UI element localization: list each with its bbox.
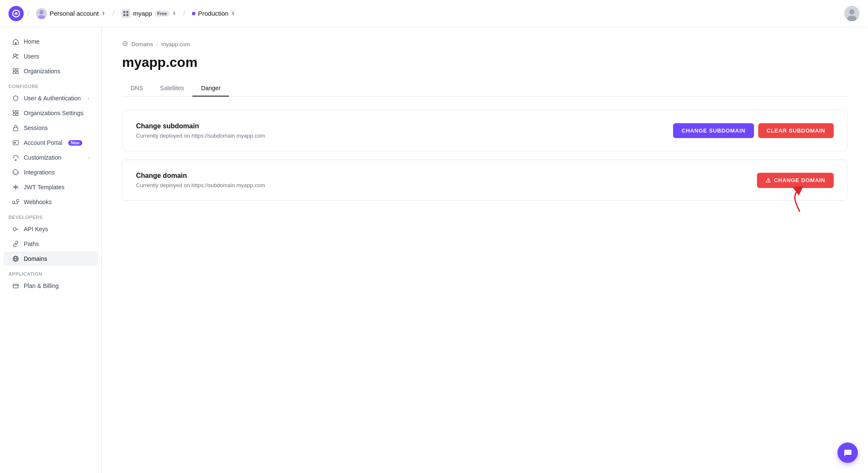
sidebar-customization-label: Customization	[24, 154, 61, 161]
sidebar-account-portal-label: Account Portal	[24, 139, 62, 146]
sidebar-plan-billing-label: Plan & Billing	[24, 282, 59, 289]
shield-icon	[12, 94, 19, 102]
breadcrumb: Domains / myapp.com	[122, 41, 848, 48]
svg-rect-15	[16, 69, 18, 71]
svg-point-9	[849, 9, 854, 14]
personal-account-selector[interactable]: Personal account ⬍	[33, 6, 109, 21]
app-selector-chevron: ⬍	[172, 11, 176, 17]
user-auth-chevron: ›	[88, 96, 89, 101]
sidebar-item-plan-billing[interactable]: Plan & Billing	[3, 279, 98, 293]
paint-icon	[12, 154, 19, 161]
sidebar-item-webhooks[interactable]: Webhooks	[3, 195, 98, 209]
sidebar-org-settings-label: Organizations Settings	[24, 110, 83, 116]
user-avatar-small	[36, 8, 47, 19]
svg-point-13	[17, 54, 18, 56]
breadcrumb-domains-link[interactable]: Domains	[131, 41, 153, 47]
puzzle-icon	[12, 169, 19, 176]
sidebar-item-home[interactable]: Home	[3, 34, 98, 49]
svg-point-12	[14, 54, 16, 56]
sidebar-item-org-settings[interactable]: Organizations Settings	[3, 106, 98, 120]
svg-rect-7	[126, 14, 128, 16]
change-domain-button[interactable]: ⚠ CHANGE DOMAIN	[757, 173, 834, 188]
tab-satellites[interactable]: Satellites	[152, 80, 193, 97]
sidebar-item-sessions[interactable]: Sessions	[3, 121, 98, 135]
sidebar-paths-label: Paths	[24, 241, 39, 247]
svg-rect-5	[126, 11, 128, 13]
arrow-annotation	[783, 186, 817, 218]
sidebar-user-auth-label: User & Authentication	[24, 95, 81, 102]
warning-icon: ⚠	[765, 177, 771, 184]
nav-separator-2: /	[112, 9, 114, 18]
personal-account-chevron: ⬍	[101, 11, 106, 17]
organizations-icon	[12, 67, 19, 75]
user-avatar[interactable]	[844, 6, 860, 21]
sidebar: Home Users Organizations Configure User …	[0, 27, 102, 473]
breadcrumb-globe-icon	[122, 41, 128, 48]
change-subdomain-title: Change subdomain	[136, 122, 265, 130]
svg-point-25	[15, 159, 17, 161]
sidebar-item-customization[interactable]: Customization ›	[3, 150, 98, 165]
sidebar-item-account-portal[interactable]: Account Portal New	[3, 136, 98, 150]
sidebar-integrations-label: Integrations	[24, 169, 55, 176]
breadcrumb-separator: /	[156, 41, 158, 47]
change-domain-button-label: CHANGE DOMAIN	[774, 177, 825, 183]
sidebar-item-integrations[interactable]: Integrations	[3, 165, 98, 180]
sidebar-item-organizations[interactable]: Organizations	[3, 64, 98, 78]
portal-icon	[12, 139, 19, 147]
account-portal-badge: New	[68, 140, 82, 146]
app-name-label: myapp	[133, 10, 152, 17]
svg-rect-33	[13, 284, 18, 288]
users-icon	[12, 53, 19, 60]
svg-rect-4	[123, 11, 125, 13]
personal-account-label: Personal account	[50, 10, 99, 17]
tab-danger[interactable]: Danger	[192, 80, 229, 97]
env-name-label: Production	[198, 10, 228, 17]
chat-button[interactable]	[837, 443, 858, 463]
sidebar-item-user-auth[interactable]: User & Authentication ›	[3, 91, 98, 105]
change-domain-content: Change domain Currently deployed on http…	[136, 172, 265, 188]
page-title: myapp.com	[122, 55, 848, 70]
breadcrumb-current: myapp.com	[161, 41, 190, 47]
clear-subdomain-button[interactable]: CLEAR SUBDOMAIN	[758, 123, 834, 138]
app-icon	[121, 9, 131, 18]
svg-rect-20	[13, 113, 15, 116]
asterisk-icon	[12, 183, 19, 191]
nav-separator-1: /	[27, 9, 29, 18]
sidebar-application-label: Application	[0, 266, 101, 278]
app-selector[interactable]: myapp Free ⬍	[118, 7, 180, 20]
sidebar-configure-label: Configure	[0, 79, 101, 91]
sidebar-domains-label: Domains	[24, 255, 47, 262]
svg-point-1	[15, 12, 17, 15]
svg-rect-14	[13, 69, 15, 71]
svg-point-2	[39, 10, 44, 14]
svg-rect-11	[15, 42, 17, 44]
sidebar-item-api-keys[interactable]: API Keys	[3, 222, 98, 236]
sidebar-item-paths[interactable]: Paths	[3, 237, 98, 251]
sidebar-item-users[interactable]: Users	[3, 49, 98, 64]
sidebar-developers-label: Developers	[0, 210, 101, 221]
svg-rect-24	[14, 142, 16, 144]
env-selector[interactable]: Production ⬍	[189, 8, 239, 19]
nav-separator-3: /	[183, 9, 185, 18]
org-settings-icon	[12, 109, 19, 117]
nav-right	[844, 6, 860, 21]
sidebar-item-domains[interactable]: Domains	[3, 252, 98, 266]
sidebar-sessions-label: Sessions	[24, 124, 48, 131]
sidebar-item-jwt[interactable]: JWT Templates	[3, 180, 98, 194]
billing-icon	[12, 282, 19, 290]
change-domain-title: Change domain	[136, 172, 265, 180]
app-plan-badge: Free	[155, 11, 170, 17]
app-logo	[8, 6, 24, 21]
change-subdomain-button[interactable]: CHANGE SUBDOMAIN	[673, 123, 754, 138]
lock-icon	[12, 124, 19, 132]
change-domain-card: Change domain Currently deployed on http…	[122, 160, 848, 201]
sidebar-home-label: Home	[24, 38, 39, 45]
sidebar-organizations-label: Organizations	[24, 68, 60, 75]
tab-dns[interactable]: DNS	[122, 80, 152, 97]
globe-icon	[12, 255, 19, 263]
app-layout: Home Users Organizations Configure User …	[0, 27, 868, 473]
top-navigation: / Personal account ⬍ / myapp Free ⬍ / Pr…	[0, 0, 868, 27]
svg-rect-6	[123, 14, 125, 16]
link-icon	[12, 240, 19, 248]
svg-rect-19	[16, 111, 18, 113]
